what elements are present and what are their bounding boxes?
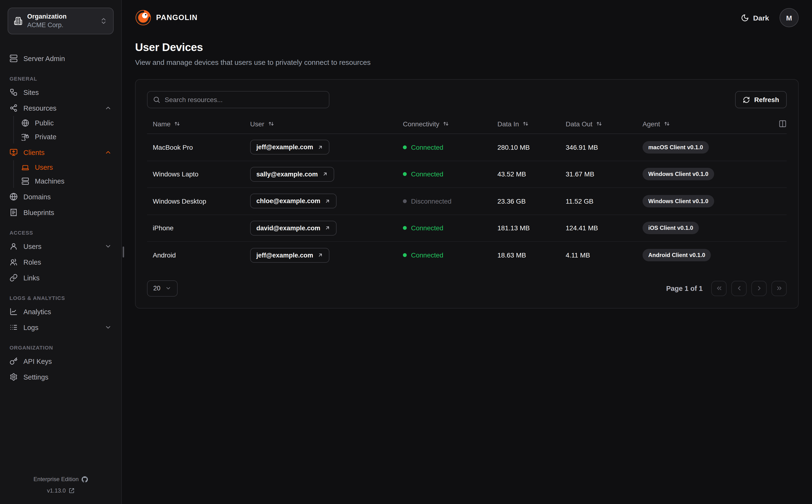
sidebar-item-blueprints[interactable]: Blueprints bbox=[8, 205, 114, 221]
sidebar-scrollbar-thumb[interactable] bbox=[123, 247, 124, 257]
theme-toggle[interactable]: Dark bbox=[741, 14, 769, 22]
sort-icon bbox=[596, 121, 602, 127]
sort-icon bbox=[663, 121, 670, 127]
sidebar-item-label: Roles bbox=[23, 258, 112, 266]
app-window: Organization ACME Corp. Server Admin GEN… bbox=[0, 0, 812, 504]
table-row: iPhone david@example.com Connected 181.1… bbox=[147, 215, 787, 242]
sidebar-item-domains[interactable]: Domains bbox=[8, 189, 114, 205]
sidebar-item-label: Resources bbox=[23, 104, 99, 112]
pangolin-logo-icon bbox=[135, 10, 151, 26]
data-in-value: 23.36 GB bbox=[497, 197, 566, 205]
section-organization: ORGANIZATION bbox=[10, 345, 114, 351]
device-name: iPhone bbox=[147, 224, 250, 232]
last-page-button[interactable] bbox=[771, 281, 787, 296]
search-input[interactable] bbox=[165, 96, 324, 103]
sidebar-item-links[interactable]: Links bbox=[8, 270, 114, 286]
user-link-chip[interactable]: jeff@example.com bbox=[250, 248, 329, 263]
pagination: Page 1 of 1 bbox=[666, 281, 787, 296]
sidebar-item-users[interactable]: Users bbox=[8, 239, 114, 254]
version-label: v1.13.0 bbox=[47, 485, 66, 496]
column-header-name[interactable]: Name bbox=[147, 120, 250, 128]
moon-icon bbox=[741, 14, 749, 22]
sidebar-item-resources[interactable]: Resources bbox=[8, 100, 114, 116]
chevron-down-icon[interactable] bbox=[104, 324, 112, 331]
globe-lock-icon bbox=[21, 133, 29, 141]
search-box[interactable] bbox=[147, 91, 329, 108]
devices-card: Refresh Name User Con bbox=[135, 79, 799, 308]
column-header-user[interactable]: User bbox=[250, 120, 403, 128]
sidebar-item-settings[interactable]: Settings bbox=[8, 369, 114, 385]
refresh-icon bbox=[743, 96, 750, 103]
sidebar-item-analytics[interactable]: Analytics bbox=[8, 304, 114, 320]
column-header-connectivity[interactable]: Connectivity bbox=[403, 120, 497, 128]
table-header-row: Name User Connectivity Data In bbox=[147, 115, 787, 134]
agent-badge: Android Client v0.1.0 bbox=[643, 249, 711, 262]
user-link-chip[interactable]: sally@example.com bbox=[250, 167, 334, 182]
sidebar-item-logs[interactable]: Logs bbox=[8, 320, 114, 335]
status-badge: Connected bbox=[403, 170, 497, 178]
column-header-data-in[interactable]: Data In bbox=[497, 120, 566, 128]
chevron-up-icon[interactable] bbox=[104, 105, 112, 112]
column-header-data-out[interactable]: Data Out bbox=[566, 120, 643, 128]
sidebar: Organization ACME Corp. Server Admin GEN… bbox=[0, 0, 122, 504]
sidebar-item-client-users[interactable]: Users bbox=[20, 160, 114, 174]
user-link-chip[interactable]: david@example.com bbox=[250, 221, 337, 236]
sidebar-item-label: Domains bbox=[23, 193, 112, 201]
data-in-value: 181.13 MB bbox=[497, 224, 566, 232]
users-icon bbox=[10, 258, 18, 266]
sidebar-item-label: Private bbox=[35, 133, 112, 141]
sidebar-item-sites[interactable]: Sites bbox=[8, 85, 114, 100]
sidebar-item-clients[interactable]: Clients bbox=[8, 145, 114, 160]
receipt-icon bbox=[10, 209, 18, 217]
page-size-value: 20 bbox=[153, 285, 160, 292]
next-page-button[interactable] bbox=[751, 281, 767, 296]
building-icon bbox=[14, 17, 22, 25]
external-link-icon[interactable] bbox=[68, 488, 74, 494]
github-icon[interactable] bbox=[82, 476, 88, 482]
data-out-value: 11.52 GB bbox=[566, 197, 643, 205]
user-link-chip[interactable]: chloe@example.com bbox=[250, 194, 337, 209]
sidebar-item-roles[interactable]: Roles bbox=[8, 254, 114, 270]
logs-icon bbox=[10, 324, 18, 332]
chevron-down-icon[interactable] bbox=[104, 243, 112, 250]
agent-badge: Windows Client v0.1.0 bbox=[643, 195, 714, 207]
org-selector[interactable]: Organization ACME Corp. bbox=[8, 8, 114, 35]
page-label: Page 1 of 1 bbox=[666, 284, 703, 292]
avatar[interactable]: M bbox=[780, 8, 799, 27]
status-dot bbox=[403, 226, 407, 230]
search-icon bbox=[153, 96, 160, 103]
sidebar-item-label: Server Admin bbox=[23, 55, 112, 62]
data-out-value: 31.67 MB bbox=[566, 170, 643, 178]
user-link-chip[interactable]: jeff@example.com bbox=[250, 140, 329, 155]
refresh-label: Refresh bbox=[754, 96, 779, 103]
sidebar-item-api-keys[interactable]: API Keys bbox=[8, 354, 114, 369]
data-in-value: 280.10 MB bbox=[497, 144, 566, 151]
resources-icon bbox=[10, 104, 18, 112]
sidebar-item-public[interactable]: Public bbox=[20, 116, 114, 130]
first-page-button[interactable] bbox=[711, 281, 727, 296]
sidebar-item-label: Logs bbox=[23, 324, 99, 331]
columns-toggle-icon[interactable] bbox=[779, 120, 787, 128]
edition-label: Enterprise Edition bbox=[33, 473, 78, 485]
device-name: Windows Lapto bbox=[147, 170, 250, 178]
sidebar-item-server-admin[interactable]: Server Admin bbox=[8, 51, 114, 67]
refresh-button[interactable]: Refresh bbox=[735, 91, 787, 108]
arrow-up-right-icon bbox=[318, 144, 323, 150]
key-icon bbox=[10, 357, 18, 365]
brand-name: PANGOLIN bbox=[156, 13, 197, 22]
page-title: User Devices bbox=[135, 41, 799, 54]
status-dot bbox=[403, 172, 407, 176]
sidebar-item-private[interactable]: Private bbox=[20, 130, 114, 144]
arrow-up-right-icon bbox=[325, 198, 330, 204]
link-icon bbox=[10, 274, 18, 282]
status-dot bbox=[403, 199, 407, 203]
column-header-agent[interactable]: Agent bbox=[643, 120, 770, 128]
sidebar-item-client-machines[interactable]: Machines bbox=[20, 174, 114, 188]
chevron-up-icon[interactable] bbox=[104, 149, 112, 156]
table-row: Windows Lapto sally@example.com Connecte… bbox=[147, 161, 787, 188]
data-out-value: 124.41 MB bbox=[566, 224, 643, 232]
page-size-select[interactable]: 20 bbox=[147, 280, 177, 296]
prev-page-button[interactable] bbox=[731, 281, 747, 296]
brand[interactable]: PANGOLIN bbox=[135, 10, 197, 26]
sidebar-item-label: Blueprints bbox=[23, 209, 112, 216]
